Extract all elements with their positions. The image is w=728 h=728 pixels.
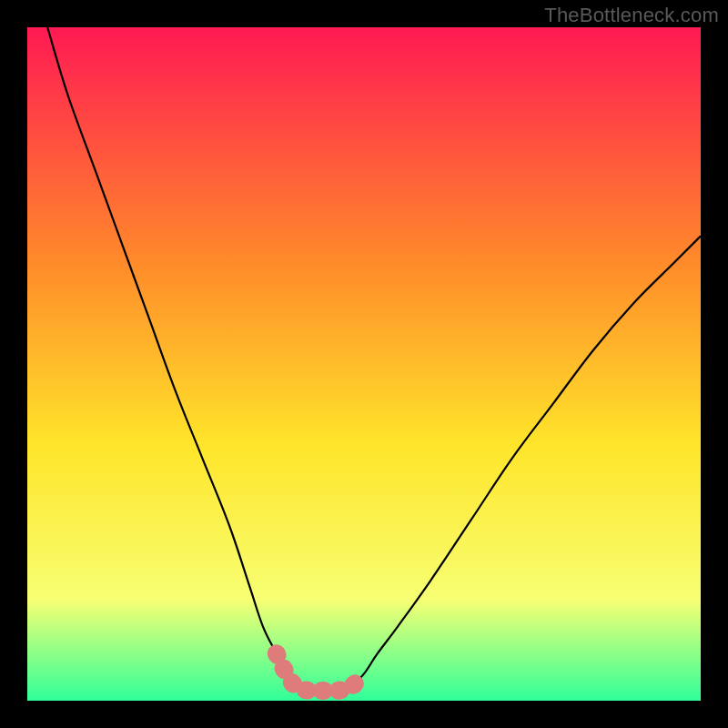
gradient-background [27, 27, 701, 701]
chart-svg [27, 27, 701, 701]
watermark-label: TheBottleneck.com [544, 4, 719, 27]
chart-frame: TheBottleneck.com [0, 0, 728, 728]
plot-area [27, 27, 701, 701]
